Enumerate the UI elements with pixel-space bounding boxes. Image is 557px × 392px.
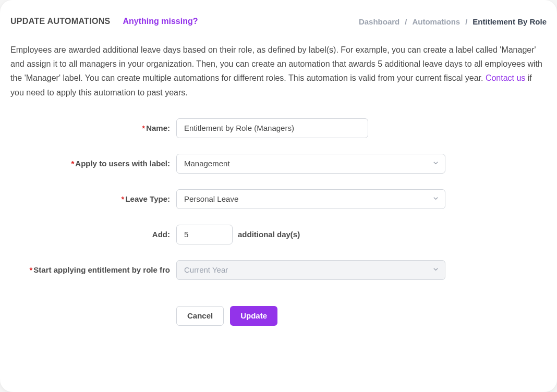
apply-label-label: *Apply to users with label:: [10, 159, 176, 168]
required-indicator: *: [122, 194, 125, 203]
start-from-row: *Start applying entitlement by role fro …: [10, 260, 547, 280]
label-select-value: Management: [184, 159, 230, 168]
start-from-select-value: Current Year: [184, 265, 228, 274]
leave-type-select-value: Personal Leave: [184, 194, 238, 203]
anything-missing-link[interactable]: Anything missing?: [123, 17, 198, 26]
breadcrumb: Dashboard / Automations / Entitlement By…: [359, 17, 547, 26]
description-text: Employees are awarded additional leave d…: [10, 43, 547, 100]
name-row: *Name:: [10, 118, 547, 138]
description-before: Employees are awarded additional leave d…: [10, 45, 542, 82]
add-label: Add:: [10, 230, 176, 239]
breadcrumb-current: Entitlement By Role: [473, 17, 547, 26]
required-indicator: *: [29, 265, 32, 274]
name-label: *Name:: [10, 124, 176, 132]
label-row: *Apply to users with label: Management: [10, 154, 547, 174]
start-from-label: *Start applying entitlement by role fro: [10, 265, 176, 274]
cancel-button[interactable]: Cancel: [176, 306, 224, 326]
page-title: UPDATE AUTOMATIONS: [10, 17, 110, 26]
button-row: Cancel Update: [176, 306, 547, 326]
breadcrumb-separator: /: [405, 17, 407, 26]
add-row: Add: additional day(s): [10, 225, 547, 244]
update-button[interactable]: Update: [230, 306, 277, 326]
leave-type-select[interactable]: Personal Leave: [176, 189, 445, 209]
breadcrumb-automations[interactable]: Automations: [412, 17, 460, 26]
contact-us-link[interactable]: Contact us: [486, 74, 525, 82]
add-days-input[interactable]: [176, 225, 233, 244]
page-header: UPDATE AUTOMATIONS Anything missing? Das…: [10, 17, 547, 26]
name-input[interactable]: [176, 118, 368, 138]
required-indicator: *: [71, 159, 74, 168]
breadcrumb-dashboard[interactable]: Dashboard: [359, 17, 399, 26]
label-select[interactable]: Management: [176, 154, 445, 174]
automation-form: *Name: *Apply to users with label: Manag…: [10, 118, 547, 326]
leave-type-label: *Leave Type:: [10, 194, 176, 203]
required-indicator: *: [142, 124, 145, 132]
add-suffix-text: additional day(s): [238, 230, 300, 239]
leave-type-row: *Leave Type: Personal Leave: [10, 189, 547, 209]
breadcrumb-separator: /: [465, 17, 467, 26]
start-from-select: Current Year: [176, 260, 445, 280]
